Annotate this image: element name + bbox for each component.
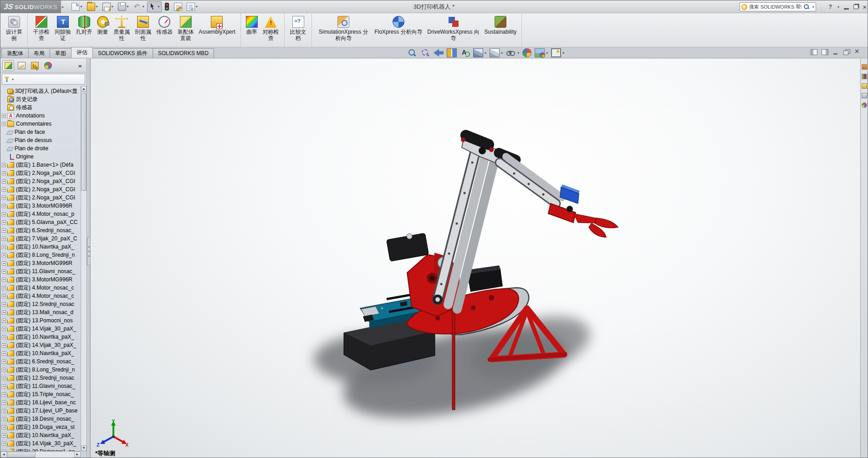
taskpane-appearances-icon[interactable] bbox=[862, 102, 867, 108]
pane-left-button[interactable] bbox=[811, 49, 817, 55]
expand-toggle[interactable]: + bbox=[2, 360, 6, 364]
print-dropdown-icon[interactable]: ▾ bbox=[127, 5, 129, 9]
tree-item[interactable]: +(固定) 4.Motor_nosac_c bbox=[0, 292, 81, 300]
minimize-button[interactable] bbox=[844, 8, 849, 10]
zoom-to-fit-button[interactable] bbox=[407, 48, 417, 57]
ribbon-button-clearance[interactable]: 间隙验证 bbox=[52, 15, 73, 43]
ribbon-button-simulationxpress[interactable]: SimulationXpress 分析向导 bbox=[315, 15, 372, 43]
apply-scene-dropdown-icon[interactable]: ▾ bbox=[546, 51, 548, 55]
open-dropdown-icon[interactable]: ▾ bbox=[96, 5, 98, 9]
open-button[interactable]: ▾ bbox=[85, 1, 100, 12]
tree-item[interactable]: +(固定) 4.Motor_nosac_c bbox=[0, 284, 81, 292]
tree-item[interactable]: +(固定) 15.Triple_nosac_ bbox=[0, 390, 81, 398]
tab-evaluate[interactable]: 评估 bbox=[71, 47, 93, 58]
expand-toggle[interactable]: + bbox=[2, 401, 6, 405]
tree-item[interactable]: +(固定) 8.Long_Srednji_n bbox=[0, 366, 81, 374]
search-box[interactable]: ? 搜索 SOLIDWORKS 帮助 ▾ bbox=[740, 2, 816, 11]
expand-toggle[interactable]: + bbox=[2, 253, 6, 257]
expand-toggle[interactable]: + bbox=[2, 270, 6, 274]
doc-minimize-button[interactable] bbox=[832, 49, 839, 55]
ribbon-button-design-study[interactable]: 设计算例 bbox=[3, 15, 25, 43]
displaymanager-tab[interactable] bbox=[42, 60, 54, 71]
ribbon-button-mass-properties[interactable]: 质量属性 bbox=[111, 15, 133, 43]
tree-horizontal-scrollbar[interactable]: ◀ ▶ bbox=[0, 451, 81, 458]
configurationmanager-tab[interactable] bbox=[29, 60, 41, 71]
view-orientation-button[interactable]: ▾ bbox=[473, 48, 486, 57]
expand-toggle[interactable]: + bbox=[2, 245, 6, 249]
expand-toggle[interactable]: + bbox=[2, 433, 6, 438]
taskpane-view-palette-icon[interactable] bbox=[862, 93, 867, 98]
doc-close-button[interactable] bbox=[854, 49, 861, 55]
expand-toggle[interactable]: + bbox=[2, 261, 6, 265]
filter-dropdown-icon[interactable]: ▾ bbox=[12, 77, 14, 81]
ribbon-button-sensor[interactable]: 传感器 bbox=[154, 15, 175, 36]
scroll-right-icon[interactable]: ▶ bbox=[74, 452, 81, 458]
tab-layout[interactable]: 布局 bbox=[28, 48, 50, 58]
expand-toggle[interactable]: + bbox=[2, 171, 6, 175]
tree-item[interactable]: +(固定) 7.Vijak_20_paX_C bbox=[0, 234, 81, 243]
ribbon-button-floxpress[interactable]: FloXpress 分析向导 bbox=[372, 15, 424, 36]
expand-toggle[interactable]: + bbox=[2, 286, 6, 290]
tree-item[interactable]: +(固定) 16.Lijevi_base_nc bbox=[0, 398, 81, 407]
ribbon-button-sustainability[interactable]: Sustainability bbox=[482, 15, 519, 36]
tree-item[interactable]: +(固定) 2.Noga_paX_CGI bbox=[0, 177, 81, 185]
view-settings-button[interactable]: ▾ bbox=[551, 48, 564, 57]
zoom-to-area-button[interactable] bbox=[420, 48, 430, 57]
ribbon-button-interference[interactable]: 干涉检查 bbox=[31, 15, 52, 43]
save-button[interactable]: ▾ bbox=[101, 1, 115, 12]
tree-item[interactable]: +(固定) 6.Srednji_nosac_ bbox=[0, 357, 81, 366]
tree-item[interactable]: +(固定) 13.Pomocni_nos bbox=[0, 316, 81, 325]
scroll-thumb[interactable] bbox=[7, 452, 36, 458]
ribbon-button-compare-documents[interactable]: 比较文档 bbox=[287, 15, 309, 43]
tree-item[interactable]: Plan de droite bbox=[0, 144, 81, 153]
ribbon-button-driveworksxpress[interactable]: DriveWorksXpress 向导 bbox=[425, 15, 482, 43]
tree-item[interactable]: +(固定) 12.Srednji_nosac bbox=[0, 300, 81, 308]
tree-item[interactable]: Plan de dessus bbox=[0, 136, 81, 144]
tree-item[interactable]: +(固定) 17.Lijevi_UP_base bbox=[0, 407, 81, 415]
panel-collapse-handle[interactable]: ◂◂◂ bbox=[87, 237, 91, 265]
expand-toggle[interactable]: + bbox=[2, 425, 6, 429]
previous-view-button[interactable] bbox=[434, 48, 444, 57]
tree-item[interactable]: +Commentaires bbox=[0, 120, 81, 128]
propertymanager-tab[interactable] bbox=[15, 60, 27, 71]
undo-dropdown-icon[interactable]: ▾ bbox=[143, 5, 144, 9]
hide-show-items-dropdown-icon[interactable]: ▾ bbox=[517, 51, 519, 55]
tree-item[interactable]: +(固定) 8.Long_Srednji_n bbox=[0, 251, 81, 259]
new-document-dropdown-icon[interactable]: ▾ bbox=[81, 5, 82, 9]
tree-item[interactable]: +(固定) 10.Navrtka_paX_ bbox=[0, 431, 81, 439]
expand-toggle[interactable]: + bbox=[2, 392, 6, 397]
expand-toggle[interactable]: + bbox=[2, 122, 6, 126]
expand-toggle[interactable]: + bbox=[2, 204, 6, 208]
search-dropdown-icon[interactable]: ▾ bbox=[812, 5, 814, 9]
tree-item[interactable]: +(固定) 11.Glavni_nosac_ bbox=[0, 267, 81, 275]
tree-item[interactable]: +(固定) 12.Srednji_nosac bbox=[0, 374, 81, 382]
panel-splitter[interactable]: ◂◂◂ bbox=[87, 59, 91, 458]
edit-appearance-button[interactable] bbox=[522, 48, 531, 57]
tree-item[interactable]: +(固定) 2.Noga_paX_CGI bbox=[0, 185, 81, 193]
panel-expand-chevron[interactable]: » bbox=[76, 62, 85, 69]
ribbon-button-section-properties[interactable]: 剖面属性 bbox=[133, 15, 154, 43]
tree-item[interactable]: +(固定) 18.Desni_nosac_ bbox=[0, 415, 81, 423]
robot-arm-model[interactable] bbox=[91, 59, 860, 458]
expand-toggle[interactable]: + bbox=[2, 302, 6, 306]
save-dropdown-icon[interactable]: ▾ bbox=[112, 5, 113, 9]
restore-button[interactable] bbox=[853, 5, 858, 9]
featuremanager-tab[interactable] bbox=[2, 60, 14, 71]
tree-item[interactable]: +(固定) 3.MotorMG996R bbox=[0, 259, 81, 267]
tab-sketch[interactable]: 草图 bbox=[50, 48, 71, 58]
annotation-views-button[interactable] bbox=[460, 48, 470, 57]
graphics-viewport[interactable]: Y X Z *等轴测 bbox=[91, 59, 860, 458]
options-button[interactable]: ▾ bbox=[185, 1, 199, 12]
expand-toggle[interactable]: + bbox=[2, 335, 6, 339]
tree-item[interactable]: +(固定) 5.Glavna_paX_CC bbox=[0, 218, 81, 226]
view-settings-dropdown-icon[interactable]: ▾ bbox=[562, 51, 564, 55]
new-document-button[interactable]: ▾ bbox=[70, 1, 84, 12]
apply-scene-button[interactable]: ▾ bbox=[535, 48, 548, 57]
help-dropdown-icon[interactable]: ▾ bbox=[837, 5, 839, 9]
tree-item[interactable]: Plan de face bbox=[0, 128, 81, 136]
select-dropdown-icon[interactable]: ▾ bbox=[158, 5, 160, 9]
tree-item[interactable]: +(固定) 6.Srednji_nosac_ bbox=[0, 226, 81, 234]
expand-toggle[interactable]: + bbox=[2, 319, 6, 323]
expand-toggle[interactable]: + bbox=[2, 188, 6, 192]
expand-toggle[interactable]: + bbox=[2, 310, 6, 315]
